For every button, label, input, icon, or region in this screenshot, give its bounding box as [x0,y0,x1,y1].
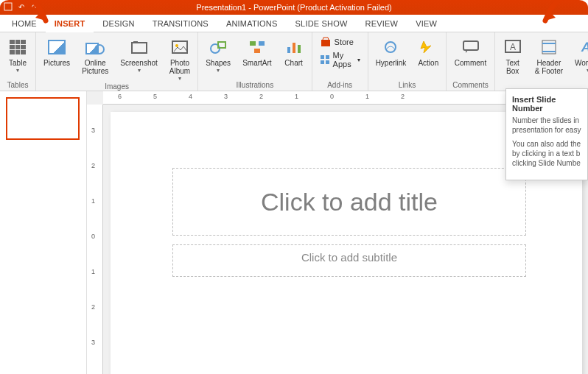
tab-insert[interactable]: INSERT [46,16,94,32]
action-icon [418,37,438,57]
comment-button[interactable]: Comment [453,35,488,68]
photo-album-icon [169,37,190,57]
store-icon [320,36,332,48]
window-title: Presentation1 - PowerPoint (Product Acti… [196,3,391,12]
smartart-icon [247,37,267,57]
svg-rect-3 [172,41,187,53]
chart-button[interactable]: Chart [282,35,306,68]
title-bar: ↶ ↷ Presentation1 - PowerPoint (Product … [0,0,588,15]
svg-rect-16 [321,60,324,64]
svg-text:A: A [510,42,516,52]
tooltip-body-1: Number the slides in presentation for ea… [512,116,581,135]
screenshot-button[interactable]: Screenshot▾ [119,35,159,75]
svg-rect-14 [321,55,324,59]
svg-rect-0 [4,3,12,10]
wordart-icon: A [578,37,588,57]
svg-rect-9 [254,49,260,53]
ribbon-tabs: HOME INSERT DESIGN TRANSITIONS ANIMATION… [0,15,588,32]
tab-review[interactable]: REVIEW [357,16,407,32]
tab-slideshow[interactable]: SLIDE SHOW [287,16,357,32]
comment-icon [461,37,481,57]
group-comments: Comment Comments [447,32,494,91]
group-addins: Store My Apps▾ Add-ins [312,32,368,91]
pictures-button[interactable]: Pictures [42,35,71,68]
header-footer-icon [539,37,559,57]
work-area: 6 5 4 3 2 1 0 1 2 3 2 1 0 1 2 3 Click to… [0,91,588,374]
hyperlink-icon [380,37,401,57]
shapes-icon [208,37,228,57]
svg-point-4 [175,44,178,47]
quick-access-toolbar: ↶ ↷ [3,1,40,12]
svg-rect-7 [250,41,256,46]
vertical-ruler: 3 2 1 0 1 2 3 [87,105,103,374]
tooltip-body-2: You can also add the by clicking in a te… [512,139,581,168]
redo-icon[interactable]: ↷ [29,1,40,12]
wordart-button[interactable]: AWordArt▾ [573,35,588,75]
tab-view[interactable]: VIEW [407,16,446,32]
svg-rect-2 [133,41,138,43]
title-placeholder[interactable]: Click to add title [172,168,526,236]
ribbon: Table▾ Tables Pictures Online Pictures S… [0,32,588,91]
group-images: Pictures Online Pictures Screenshot▾ Pho… [36,32,198,91]
group-tables: Table▾ Tables [0,32,36,91]
hyperlink-button[interactable]: Hyperlink [374,35,408,68]
text-box-icon: A [503,37,523,57]
action-button[interactable]: Action [416,35,440,68]
svg-rect-10 [287,47,290,53]
svg-rect-17 [326,60,329,64]
online-pictures-icon [85,37,105,57]
my-apps-icon [320,54,330,66]
tooltip-title: Insert Slide Number [512,95,581,113]
tab-home[interactable]: HOME [3,16,46,32]
svg-rect-8 [259,41,265,46]
shapes-button[interactable]: Shapes▾ [204,35,232,75]
online-pictures-button[interactable]: Online Pictures [80,35,110,77]
group-illustrations: Shapes▾ SmartArt Chart Illustrations [198,32,312,91]
pictures-icon [46,37,67,57]
smartart-button[interactable]: SmartArt [241,35,273,68]
photo-album-button[interactable]: Photo Album▾ [168,35,192,83]
slide-thumbnail-1[interactable] [6,97,80,140]
svg-rect-11 [293,43,295,53]
slide-thumbnail-pane[interactable] [0,91,87,374]
group-links: Hyperlink Action Links [368,32,447,91]
store-button[interactable]: Store [318,35,355,49]
tab-design[interactable]: DESIGN [94,16,143,32]
group-text: AText Box Header & Footer AWordArt▾ Date… [495,32,588,91]
chart-icon [284,37,304,57]
svg-text:A: A [580,40,588,54]
header-footer-button[interactable]: Header & Footer [533,35,564,77]
table-icon [7,37,28,57]
tooltip-slide-number: Insert Slide Number Number the slides in… [505,88,588,180]
tab-transitions[interactable]: TRANSITIONS [144,16,217,32]
screenshot-icon [129,37,150,57]
svg-rect-19 [463,41,478,50]
svg-rect-13 [321,40,330,46]
my-apps-button[interactable]: My Apps▾ [318,50,362,69]
svg-point-18 [385,42,396,52]
text-box-button[interactable]: AText Box [501,35,525,77]
undo-icon[interactable]: ↶ [16,1,27,12]
svg-rect-15 [326,55,329,59]
svg-rect-1 [132,43,147,53]
table-button[interactable]: Table▾ [6,35,29,75]
save-icon[interactable] [3,1,13,12]
tab-animations[interactable]: ANIMATIONS [217,16,287,32]
svg-rect-12 [298,45,301,53]
subtitle-placeholder[interactable]: Click to add subtitle [172,244,526,277]
